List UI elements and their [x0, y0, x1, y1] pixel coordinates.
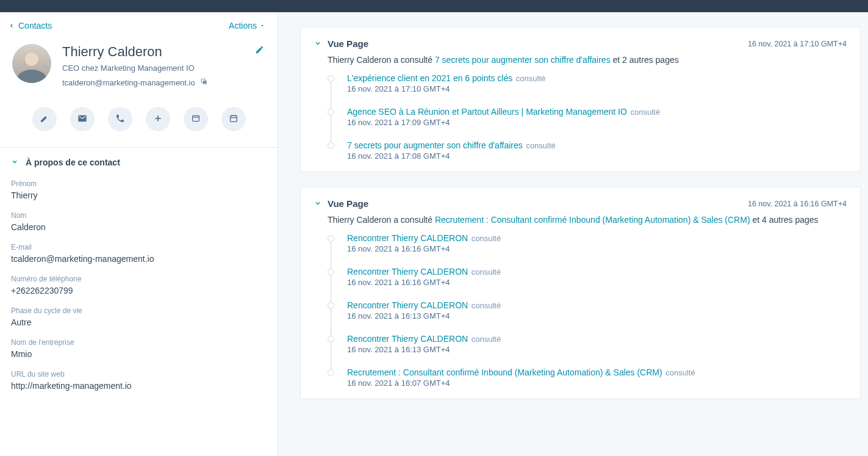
- back-to-contacts-link[interactable]: Contacts: [9, 21, 52, 31]
- window-icon: [191, 114, 201, 125]
- timeline-item-time: 16 nov. 2021 à 16:16 GMT+4: [347, 278, 847, 287]
- card-summary: Thierry Calderon a consulté Recrutement …: [328, 215, 847, 225]
- timeline-item-link[interactable]: Agence SEO à La Réunion et Partout Aille…: [347, 107, 627, 117]
- email-button[interactable]: [70, 107, 95, 131]
- timeline-item-time: 16 nov. 2021 à 16:13 GMT+4: [347, 345, 847, 354]
- contact-header-block: Thierry Calderon CEO chez Marketing Mana…: [0, 39, 278, 100]
- timeline-item-link[interactable]: Rencontrer Thierry CALDERON: [347, 233, 468, 243]
- field-label: Prénom: [11, 179, 267, 188]
- field-value: tcalderon@marketing-management.io: [11, 254, 267, 264]
- timeline-item: Recrutement : Consultant confirmé Inboun…: [328, 367, 847, 388]
- layout: Contacts Actions Thierry Calderon CEO ch…: [0, 12, 868, 456]
- contact-name: Thierry Calderon: [62, 44, 208, 60]
- timeline-dot-icon: [328, 369, 334, 376]
- chevron-down-icon[interactable]: [314, 199, 321, 209]
- timeline-dot-icon: [328, 75, 334, 82]
- caret-down-icon: [259, 21, 265, 31]
- card-header: Vue Page16 nov. 2021 à 16:16 GMT+4: [314, 198, 847, 209]
- field-value: Autre: [11, 317, 267, 327]
- about-field[interactable]: Phase du cycle de vieAutre: [11, 306, 267, 327]
- timeline-item-time: 16 nov. 2021 à 16:13 GMT+4: [347, 311, 847, 320]
- sidebar-header: Contacts Actions: [0, 12, 278, 39]
- about-field[interactable]: Nom de l'entrepriseMmio: [11, 338, 267, 359]
- about-section-header[interactable]: À propos de ce contact: [0, 147, 278, 177]
- field-label: E-mail: [11, 243, 267, 252]
- timeline-item-suffix: consulté: [524, 141, 556, 150]
- about-field[interactable]: E-mailtcalderon@marketing-management.io: [11, 243, 267, 264]
- timeline-item-suffix: consulté: [469, 267, 501, 277]
- timeline-item-time: 16 nov. 2021 à 16:07 GMT+4: [347, 378, 847, 388]
- card-header: Vue Page16 nov. 2021 à 17:10 GMT+4: [314, 38, 847, 49]
- card-timestamp: 16 nov. 2021 à 16:16 GMT+4: [748, 200, 847, 208]
- call-button[interactable]: [108, 107, 132, 131]
- back-label: Contacts: [18, 21, 52, 31]
- timeline-item-title-row: Rencontrer Thierry CALDERON consulté: [347, 334, 847, 344]
- copy-icon[interactable]: [200, 78, 208, 87]
- timeline-item-link[interactable]: L'expérience client en 2021 en 6 points …: [347, 73, 512, 83]
- field-label: URL du site web: [11, 370, 267, 378]
- card-title: Vue Page: [328, 38, 368, 49]
- summary-suffix: et 2 autres pages: [611, 55, 679, 65]
- contact-email-row: tcalderon@marketing-management.io: [62, 78, 208, 87]
- action-button-row: [0, 100, 278, 147]
- about-field[interactable]: NomCalderon: [11, 211, 267, 232]
- about-field[interactable]: PrénomThierry: [11, 179, 267, 200]
- timeline-item: Rencontrer Thierry CALDERON consulté16 n…: [328, 267, 847, 287]
- about-section-title: À propos de ce contact: [26, 157, 120, 167]
- timeline-item-link[interactable]: Rencontrer Thierry CALDERON: [347, 300, 468, 310]
- timeline-item-suffix: consulté: [469, 301, 501, 310]
- about-field[interactable]: Numéro de téléphone+262262230799: [11, 275, 267, 295]
- timeline-item-time: 16 nov. 2021 à 16:16 GMT+4: [347, 244, 847, 253]
- timeline-item-time: 16 nov. 2021 à 17:09 GMT+4: [347, 118, 847, 127]
- field-label: Nom: [11, 211, 267, 220]
- summary-prefix: Thierry Calderon a consulté: [328, 55, 435, 65]
- timeline-item-time: 16 nov. 2021 à 17:10 GMT+4: [347, 84, 847, 93]
- timeline-dot-icon: [328, 336, 334, 342]
- field-label: Numéro de téléphone: [11, 275, 267, 283]
- timeline-item-link[interactable]: Rencontrer Thierry CALDERON: [347, 267, 468, 277]
- summary-suffix: et 4 autres pages: [750, 215, 819, 225]
- timeline-dot-icon: [328, 142, 334, 149]
- about-field[interactable]: URL du site webhttp://marketing-manageme…: [11, 370, 267, 391]
- contact-email: tcalderon@marketing-management.io: [62, 78, 195, 87]
- field-label: Nom de l'entreprise: [11, 338, 267, 347]
- edit-icon[interactable]: [255, 45, 264, 56]
- svg-rect-6: [230, 115, 237, 121]
- timeline-item-time: 16 nov. 2021 à 17:08 GMT+4: [347, 151, 847, 161]
- summary-link[interactable]: 7 secrets pour augmenter son chiffre d'a…: [435, 55, 611, 65]
- timeline-item: Rencontrer Thierry CALDERON consulté16 n…: [328, 233, 847, 253]
- svg-rect-4: [192, 115, 199, 121]
- field-value: http://marketing-management.io: [11, 381, 267, 391]
- timeline-item: Rencontrer Thierry CALDERON consulté16 n…: [328, 300, 847, 320]
- card-header-left: Vue Page: [314, 198, 368, 209]
- phone-icon: [115, 114, 125, 125]
- field-value: Thierry: [11, 190, 267, 200]
- email-icon: [77, 114, 87, 125]
- contact-subtitle: CEO chez Marketing Management IO: [62, 63, 208, 73]
- activity-card: Vue Page16 nov. 2021 à 17:10 GMT+4Thierr…: [300, 27, 861, 172]
- timeline-item-title-row: Rencontrer Thierry CALDERON consulté: [347, 300, 847, 310]
- summary-link[interactable]: Recrutement : Consultant confirmé Inboun…: [435, 215, 750, 225]
- timeline-item-suffix: consulté: [469, 335, 501, 344]
- timeline: L'expérience client en 2021 en 6 points …: [328, 73, 847, 161]
- timeline-item-suffix: consulté: [514, 74, 545, 83]
- chevron-down-icon[interactable]: [314, 39, 321, 49]
- timeline-dot-icon: [328, 109, 334, 115]
- meeting-button[interactable]: [221, 107, 246, 131]
- actions-dropdown[interactable]: Actions: [229, 21, 265, 31]
- app-topbar: [0, 0, 868, 12]
- timeline-item-link[interactable]: Recrutement : Consultant confirmé Inboun…: [347, 367, 662, 377]
- timeline-item: 7 secrets pour augmenter son chiffre d'a…: [328, 140, 847, 161]
- card-header-left: Vue Page: [314, 38, 368, 49]
- calendar-icon: [229, 114, 239, 125]
- note-button[interactable]: [32, 107, 57, 131]
- log-button[interactable]: [184, 107, 208, 131]
- chevron-left-icon: [9, 21, 15, 31]
- timeline-item: Agence SEO à La Réunion et Partout Aille…: [328, 107, 847, 127]
- timeline-item-link[interactable]: Rencontrer Thierry CALDERON: [347, 334, 468, 344]
- timeline: Rencontrer Thierry CALDERON consulté16 n…: [328, 233, 847, 388]
- add-button[interactable]: [146, 107, 170, 131]
- field-value: +262262230799: [11, 286, 267, 295]
- timeline-dot-icon: [328, 302, 334, 309]
- timeline-item-link[interactable]: 7 secrets pour augmenter son chiffre d'a…: [347, 140, 523, 150]
